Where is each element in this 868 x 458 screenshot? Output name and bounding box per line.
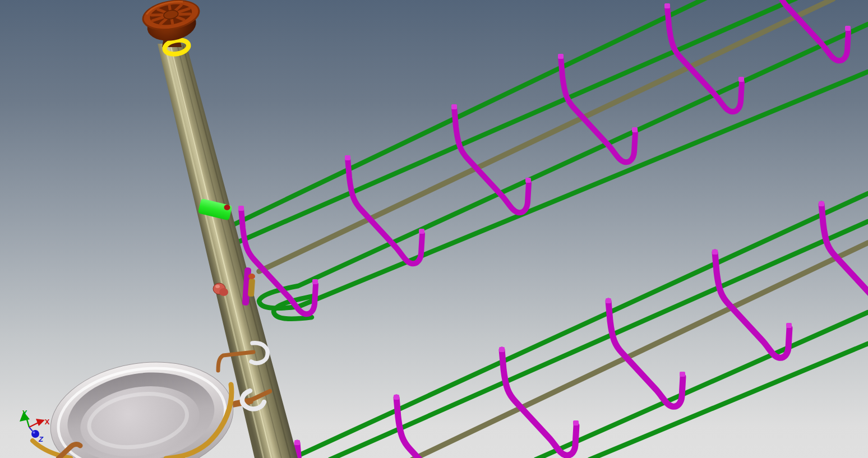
z-axis-line [29, 427, 33, 431]
z-axis-ball-highlight [33, 432, 35, 434]
z-axis-label: Z [38, 435, 44, 443]
cable-tray-lower[interactable] [289, 193, 868, 458]
band-red-dot [224, 205, 230, 210]
tray-upper-far-rail-2 [211, 0, 796, 254]
cad-3d-viewport[interactable]: Y X Z [0, 0, 868, 458]
x-axis-label: X [45, 418, 50, 426]
tray-upper-rungs [238, 0, 851, 314]
z-axis-ball [31, 430, 39, 438]
valve-handwheel[interactable] [140, 0, 204, 45]
tray-lower-center-wire [412, 243, 868, 458]
tray-lower-far-rail-1 [289, 193, 868, 458]
cable-tray-upper[interactable] [206, 0, 868, 319]
y-axis-label: Y [22, 409, 27, 417]
model-scene: Y X Z [0, 0, 868, 458]
ucs-axis-triad: Y X Z [20, 409, 50, 443]
tray-upper-center-wire [259, 0, 833, 271]
tray-lower-near-rail-1 [535, 312, 868, 458]
